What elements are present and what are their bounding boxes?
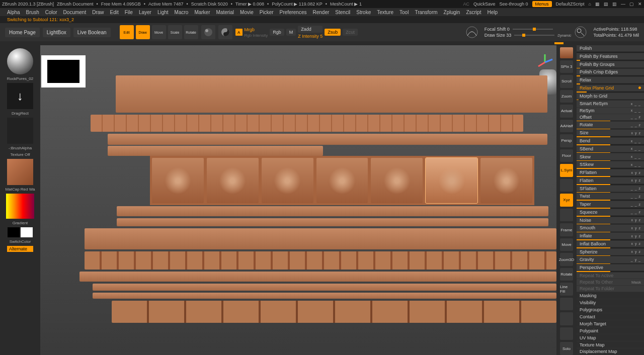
mrgb-mode[interactable]: Mrgb bbox=[245, 27, 268, 32]
menus-toggle[interactable]: Menus bbox=[532, 1, 552, 7]
right-tool-scroll[interactable]: Scroll bbox=[560, 75, 573, 88]
deform-inflat-balloon[interactable]: Inflat Balloonx y z bbox=[577, 241, 644, 247]
deform-skew[interactable]: Skewx _ _ bbox=[577, 153, 644, 159]
brush-size-icon[interactable] bbox=[574, 26, 587, 39]
right-tool-lock[interactable] bbox=[560, 179, 573, 192]
focal-shift-slider[interactable] bbox=[513, 29, 553, 30]
grid-1-icon[interactable]: ▦ bbox=[595, 2, 600, 7]
menu-brush[interactable]: Brush bbox=[26, 10, 39, 15]
menu-color[interactable]: Color bbox=[45, 10, 57, 15]
right-tool-center[interactable] bbox=[560, 209, 573, 222]
deform-inflate[interactable]: Inflatex y z bbox=[577, 233, 644, 239]
texture-slot[interactable] bbox=[7, 159, 33, 185]
deform-bend[interactable]: Bendx _ _ bbox=[577, 138, 644, 144]
menu-preferences[interactable]: Preferences bbox=[280, 10, 307, 15]
right-tool-polyf[interactable] bbox=[560, 298, 573, 311]
deform-rotate[interactable]: Rotate_ _ z bbox=[577, 122, 644, 128]
color-picker[interactable] bbox=[6, 194, 34, 219]
deform-smart-resym[interactable]: Smart ReSymx _ _ bbox=[577, 101, 644, 107]
deform-smooth[interactable]: Smoothx y z bbox=[577, 225, 644, 231]
deform-relax[interactable]: Relax bbox=[577, 77, 644, 83]
sphere-preview-icon[interactable] bbox=[201, 25, 215, 39]
deform-resym[interactable]: ReSymx _ _ bbox=[577, 108, 644, 114]
deform-sbend[interactable]: SBendx _ _ bbox=[577, 146, 644, 152]
menu-stroke[interactable]: Stroke bbox=[356, 10, 371, 15]
right-tool-local-sym[interactable]: L.Sym bbox=[560, 164, 573, 177]
deform-rflatten[interactable]: RFlattenx y z bbox=[577, 169, 644, 175]
deform-repeat-active[interactable]: Repeat To Active bbox=[577, 273, 644, 279]
menu-material[interactable]: Material bbox=[216, 10, 234, 15]
right-tool-aahalf[interactable]: AAHalf bbox=[560, 120, 573, 133]
menu-help[interactable]: Help bbox=[487, 10, 498, 15]
rotate-mode-button[interactable]: Rotate bbox=[184, 25, 198, 39]
m-mode[interactable]: M bbox=[286, 29, 296, 36]
section-contact[interactable]: Contact bbox=[577, 313, 644, 320]
close-icon[interactable]: ✕ bbox=[638, 2, 642, 7]
zsub-mode[interactable]: Zsub bbox=[325, 29, 341, 36]
deform-relax-plane-grid[interactable]: Relax Plane Grid bbox=[577, 85, 644, 91]
deform-polish-by-features[interactable]: Polish By Features bbox=[577, 53, 644, 59]
deform-sflatten[interactable]: SFlatten_ _ z bbox=[577, 186, 644, 192]
deform-morph-to-grid[interactable]: Morph to Grid bbox=[577, 93, 644, 99]
menu-tool[interactable]: Tool bbox=[399, 10, 409, 15]
draw-mode-button[interactable]: Draw bbox=[136, 25, 150, 39]
deform-sskew[interactable]: SSkewx _ _ bbox=[577, 161, 644, 167]
menu-file[interactable]: File bbox=[125, 10, 133, 15]
brush-curve-icon[interactable] bbox=[465, 26, 478, 39]
right-tool-move2[interactable]: Move bbox=[560, 238, 573, 251]
right-tool-zoom3d[interactable]: Zoom3D bbox=[560, 253, 573, 266]
main-color-swatch[interactable] bbox=[8, 227, 20, 237]
a-toggle[interactable]: A bbox=[235, 29, 243, 36]
texture-off[interactable]: Texture Off bbox=[11, 152, 30, 157]
alpha-slot[interactable] bbox=[7, 118, 33, 144]
right-tool-rotate2[interactable]: Rotate bbox=[560, 268, 573, 281]
deform-repeat-other[interactable]: Repeat To OtherMask bbox=[577, 279, 644, 285]
yinyang-icon[interactable] bbox=[218, 25, 232, 39]
lightbox-button[interactable]: LightBox bbox=[43, 28, 70, 37]
axis-gizmo[interactable] bbox=[536, 53, 553, 67]
home-page-button[interactable]: Home Page bbox=[5, 28, 40, 37]
dynamic-label[interactable]: Dynamic bbox=[557, 34, 571, 37]
menu-zscript[interactable]: Zscript bbox=[466, 10, 481, 15]
edit-mode-button[interactable]: Edit bbox=[120, 25, 134, 39]
grid-2-icon[interactable]: ▤ bbox=[604, 2, 608, 7]
gradient-label[interactable]: Gradient bbox=[13, 221, 28, 225]
menu-edit[interactable]: Edit bbox=[110, 10, 119, 15]
live-boolean-button[interactable]: Live Boolean bbox=[73, 28, 111, 37]
move-mode-button[interactable]: Move bbox=[152, 25, 166, 39]
home-icon[interactable]: ⌂ bbox=[589, 2, 591, 7]
draw-size-slider[interactable] bbox=[514, 35, 554, 36]
section-morph-target[interactable]: Morph Target bbox=[577, 320, 644, 327]
right-tool-ghost[interactable] bbox=[560, 327, 573, 340]
deform-perspective[interactable]: Perspective bbox=[577, 264, 644, 271]
menu-marker[interactable]: Marker bbox=[194, 10, 210, 15]
deform-squeeze[interactable]: Squeeze_ _ z bbox=[577, 209, 644, 215]
section-masking[interactable]: Masking bbox=[577, 292, 644, 299]
right-tool-thumb3d[interactable] bbox=[560, 47, 573, 58]
alternate-button[interactable]: Alternate bbox=[7, 246, 33, 252]
switch-color-label[interactable]: SwitchColor bbox=[10, 239, 31, 244]
right-tool-xyz[interactable]: Xyz bbox=[560, 194, 573, 207]
quicksave-button[interactable]: QuickSave bbox=[473, 2, 496, 7]
menu-draw[interactable]: Draw bbox=[92, 10, 104, 15]
deform-flatten[interactable]: Flattenx y z bbox=[577, 178, 644, 184]
maximize-icon[interactable]: ▢ bbox=[629, 2, 634, 7]
stroke-slot[interactable]: ↓ bbox=[7, 83, 33, 109]
viewport-canvas[interactable] bbox=[40, 45, 556, 355]
menu-zplugin[interactable]: Zplugin bbox=[444, 10, 460, 15]
right-tool-zoom[interactable]: Zoom bbox=[560, 90, 573, 103]
right-tool-solo[interactable]: Solo bbox=[560, 342, 573, 355]
menu-picker[interactable]: Picker bbox=[260, 10, 274, 15]
section-uv-map[interactable]: UV Map bbox=[577, 334, 644, 341]
scale-mode-button[interactable]: Scale bbox=[168, 25, 182, 39]
section-displacement-map[interactable]: Displacement Map bbox=[577, 348, 644, 355]
menu-macro[interactable]: Macro bbox=[175, 10, 189, 15]
right-tool-line-fill[interactable]: Line Fill bbox=[560, 283, 573, 296]
section-polypaint[interactable]: Polypaint bbox=[577, 327, 644, 334]
grid-3-icon[interactable]: ▥ bbox=[612, 2, 617, 7]
section-polygroups[interactable]: Polygroups bbox=[577, 306, 644, 313]
menu-render[interactable]: Render bbox=[313, 10, 330, 15]
deform-polish-by-groups[interactable]: Polish By Groups bbox=[577, 61, 644, 67]
menu-light[interactable]: Light bbox=[157, 10, 169, 15]
rgb-mode[interactable]: Rgb bbox=[270, 29, 284, 36]
